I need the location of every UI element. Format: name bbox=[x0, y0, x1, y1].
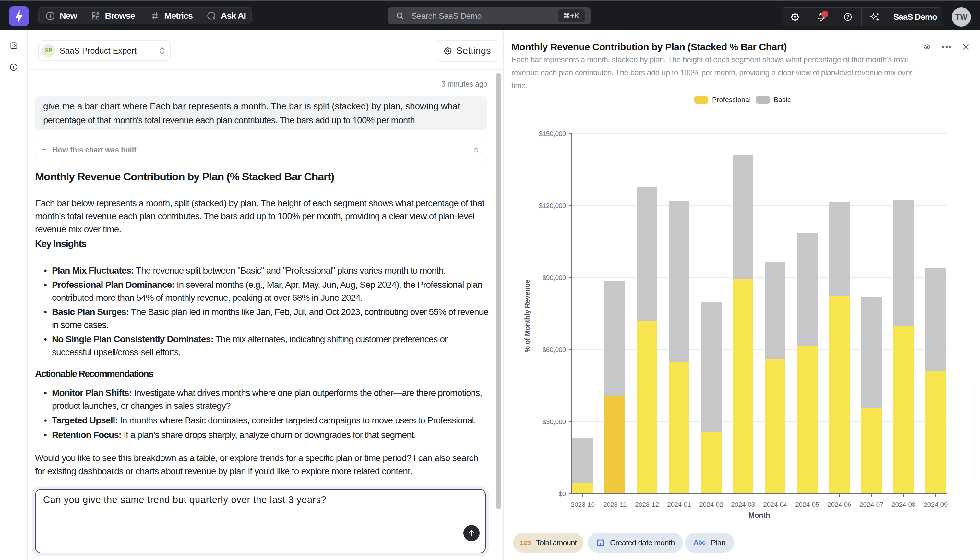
svg-text:$90,000: $90,000 bbox=[543, 274, 566, 281]
svg-text:$0: $0 bbox=[559, 490, 566, 497]
svg-text:2023-10: 2023-10 bbox=[571, 501, 595, 508]
svg-text:$60,000: $60,000 bbox=[543, 346, 566, 353]
svg-text:% of Monthly Revenue: % of Monthly Revenue bbox=[523, 279, 531, 352]
svg-text:2024-09: 2024-09 bbox=[924, 501, 948, 508]
svg-text:2024-05: 2024-05 bbox=[795, 501, 819, 508]
svg-text:2024-02: 2024-02 bbox=[699, 501, 723, 508]
svg-text:2024-08: 2024-08 bbox=[892, 501, 915, 508]
svg-text:$30,000: $30,000 bbox=[543, 418, 566, 425]
svg-text:$150,000: $150,000 bbox=[539, 130, 566, 137]
svg-text:2024-06: 2024-06 bbox=[827, 501, 851, 508]
svg-text:2023-12: 2023-12 bbox=[635, 501, 659, 508]
svg-text:2024-04: 2024-04 bbox=[763, 501, 787, 508]
svg-text:Month: Month bbox=[749, 511, 770, 520]
svg-text:2024-07: 2024-07 bbox=[859, 501, 884, 508]
svg-text:2023-11: 2023-11 bbox=[603, 501, 626, 508]
svg-text:2024-03: 2024-03 bbox=[731, 501, 755, 508]
svg-text:2024-01: 2024-01 bbox=[667, 501, 691, 508]
svg-text:$120,000: $120,000 bbox=[539, 202, 566, 209]
